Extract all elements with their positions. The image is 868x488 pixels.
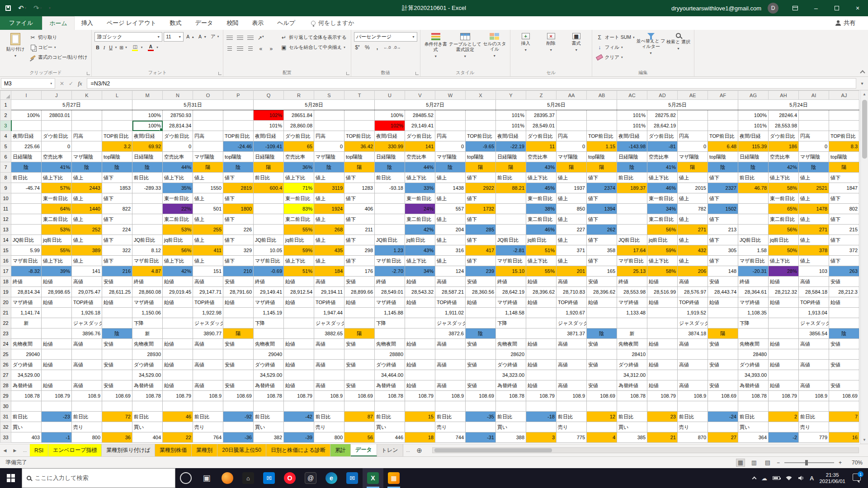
cell-AD20[interactable]: 始値 (647, 297, 678, 308)
cell-AB28[interactable]: 安値 (587, 380, 617, 391)
cell-AH32[interactable] (769, 422, 799, 432)
cell-N25[interactable] (163, 349, 193, 360)
row-header-20[interactable]: 20 (0, 297, 11, 308)
cell-L8[interactable]: 値下 (102, 173, 132, 183)
cell-L10[interactable]: 値下 (102, 193, 132, 204)
cell-Y14[interactable]: JQ前日比 (496, 235, 526, 245)
cell-O32[interactable]: 売り (193, 422, 223, 432)
row-header-24[interactable]: 24 (0, 339, 11, 349)
cell-S24[interactable]: 高値 (314, 339, 344, 349)
cell-T33[interactable]: 56 (344, 432, 375, 443)
cell-AC13[interactable] (617, 225, 647, 235)
cell-AD6[interactable]: 空売比率 (647, 152, 678, 162)
cell-AI4[interactable]: 円高 (799, 131, 829, 141)
cell-AH20[interactable]: 始値 (769, 297, 799, 308)
cell-AI13[interactable]: 271 (799, 225, 829, 235)
cell-K11[interactable]: 1440 (72, 204, 102, 214)
cell-M15[interactable]: 8.12 (132, 245, 163, 256)
cell-M13[interactable] (132, 225, 163, 235)
cell-U29[interactable]: 108.78 (375, 391, 405, 401)
taskbar-app-cortana-icon[interactable] (175, 468, 196, 488)
cell-O16[interactable]: 値上 (193, 256, 223, 266)
cell-J16[interactable]: 値上下比 (42, 256, 72, 266)
cell-AA13[interactable]: 227 (557, 225, 587, 235)
cell-AE28[interactable]: 高値 (678, 380, 708, 391)
sheet-overflow-icon[interactable]: … (403, 444, 413, 456)
clipboard-dialog-launcher-icon[interactable] (87, 72, 90, 75)
cell-AB9[interactable]: 2374 (587, 183, 617, 193)
cell-AJ3[interactable] (829, 121, 859, 131)
cell-W14[interactable]: 値上 (435, 235, 466, 245)
borders-icon[interactable]: ⊞▾ (118, 42, 128, 52)
cell-AD30[interactable] (647, 401, 678, 412)
cell-AC1[interactable]: 5月25日 (617, 100, 738, 110)
cell-AJ20[interactable]: 始値 (829, 297, 859, 308)
cell-AB13[interactable]: 262 (587, 225, 617, 235)
cell-P2[interactable] (223, 110, 254, 121)
page-layout-view-icon[interactable]: ▥ (750, 459, 759, 467)
cell-Z17[interactable]: 55% (526, 266, 557, 277)
font-size-select[interactable]: 11▼ (164, 32, 184, 42)
cell-AE22[interactable]: ジャスダック (678, 318, 708, 328)
row-header-14[interactable]: 14 (0, 235, 11, 245)
percent-style-icon[interactable]: % (364, 44, 371, 51)
sort-filter-button[interactable]: 並べ替えと フィルター▼ (636, 31, 666, 66)
cell-O8[interactable]: 値上 (193, 173, 223, 183)
cell-AE11[interactable]: 782 (678, 204, 708, 214)
cell-AH27[interactable] (769, 370, 799, 380)
cell-M23[interactable]: 新 (132, 328, 163, 339)
cell-AA6[interactable]: マザ陽陰 (557, 152, 587, 162)
cell-AA19[interactable]: 28,710.83 (557, 287, 587, 297)
cell-U20[interactable]: マザ終値 (375, 297, 405, 308)
cell-AG33[interactable]: 364 (738, 432, 769, 443)
cell-AB27[interactable] (587, 370, 617, 380)
cell-AJ31[interactable]: 7 (829, 412, 859, 422)
cell-N15[interactable]: 56% (163, 245, 193, 256)
cell-AD9[interactable]: 46% (647, 183, 678, 193)
cell-O17[interactable]: 151 (193, 266, 223, 277)
cell-K23[interactable]: 3896.76 (72, 328, 102, 339)
cell-T30[interactable] (344, 401, 375, 412)
cell-AI20[interactable]: TOP終値 (799, 297, 829, 308)
cell-Q13[interactable] (254, 225, 284, 235)
cell-M17[interactable]: 4.87 (132, 266, 163, 277)
cell-K2[interactable] (72, 110, 102, 121)
cell-Q25[interactable]: 29040 (254, 349, 284, 360)
cell-T22[interactable] (344, 318, 375, 328)
zoom-out-icon[interactable]: − (777, 460, 780, 466)
orientation-icon[interactable]: ↗▾ (257, 35, 264, 41)
cell-AD4[interactable]: ダウ前日比 (647, 131, 678, 141)
cell-U15[interactable]: 1.23 (375, 245, 405, 256)
row-header-4[interactable]: 4 (0, 131, 11, 141)
cell-S32[interactable]: 売り (314, 422, 344, 432)
cell-Z6[interactable]: 空売比率 (526, 152, 557, 162)
row-header-12[interactable]: 12 (0, 214, 11, 225)
cell-I32[interactable]: 買い (11, 422, 42, 432)
cell-S17[interactable]: 184 (314, 266, 344, 277)
cancel-icon[interactable]: ✕ (60, 80, 64, 87)
taskbar-app-mail-icon[interactable]: ✉ (259, 468, 279, 488)
cell-O21[interactable]: 1,922.98 (193, 308, 223, 318)
cell-AE9[interactable]: 2015 (678, 183, 708, 193)
scroll-up-icon[interactable]: ▲ (863, 90, 866, 98)
cell-X33[interactable]: -31 (466, 432, 496, 443)
action-center-icon[interactable]: 1 (853, 474, 861, 481)
cell-AB17[interactable]: 165 (587, 266, 617, 277)
cell-O18[interactable]: 高値 (193, 277, 223, 287)
cell-AB21[interactable] (587, 308, 617, 318)
cell-U12[interactable] (375, 214, 405, 225)
cell-V8[interactable]: 値上下比 (405, 173, 435, 183)
cell-K26[interactable]: 高値 (72, 360, 102, 370)
row-header-33[interactable]: 33 (0, 432, 11, 443)
sheet-tab-20日騰落上位50[interactable]: 20日騰落上位50 (217, 444, 266, 456)
ribbon-display-options-icon[interactable] (785, 0, 806, 16)
taskbar-app-opera-icon[interactable]: O (279, 468, 300, 488)
cell-Q3[interactable]: 101% (254, 121, 284, 131)
cell-Y18[interactable]: 終値 (496, 277, 526, 287)
cell-AH3[interactable]: 28,553.98 (769, 121, 799, 131)
cell-W13[interactable]: 204 (435, 225, 466, 235)
cell-I11[interactable] (11, 204, 42, 214)
cell-O5[interactable] (193, 141, 223, 152)
row-header-31[interactable]: 31 (0, 412, 11, 422)
cell-Z26[interactable]: 始値 (526, 360, 557, 370)
